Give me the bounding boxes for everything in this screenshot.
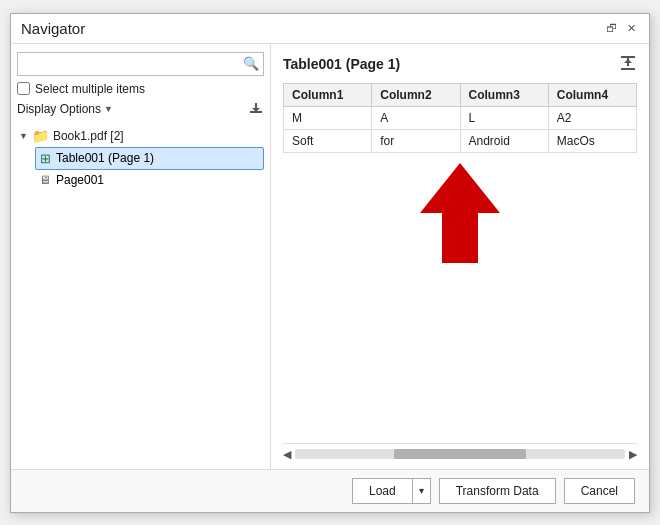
cell-r2-c4: MacOs: [548, 129, 636, 152]
main-content: 🔍 Select multiple items Display Options …: [11, 44, 649, 469]
tree-item-table001[interactable]: ⊞ Table001 (Page 1): [35, 147, 264, 170]
display-options-row: Display Options ▼: [17, 101, 264, 117]
tree-item-page001[interactable]: 🖥 Page001: [35, 170, 264, 190]
arrow-area: [283, 153, 637, 273]
cell-r1-c3: L: [460, 106, 548, 129]
tree-area: ▼ 📁 Book1.pdf [2] ⊞ Table001 (Page 1) 🖥 …: [17, 125, 264, 463]
cell-r2-c1: Soft: [284, 129, 372, 152]
page-icon: 🖥: [39, 173, 51, 187]
left-panel: 🔍 Select multiple items Display Options …: [11, 44, 271, 469]
scroll-track[interactable]: [295, 449, 625, 459]
load-button[interactable]: Load: [352, 478, 412, 504]
load-button-group: Load ▾: [352, 478, 431, 504]
preview-table: Column1 Column2 Column3 Column4 M A L A2: [283, 83, 637, 153]
cancel-button[interactable]: Cancel: [564, 478, 635, 504]
svg-marker-5: [420, 163, 500, 263]
select-multiple-label: Select multiple items: [35, 82, 145, 96]
import-icon-button[interactable]: [248, 101, 264, 117]
import-icon: [248, 101, 264, 117]
title-bar-controls: 🗗 ✕: [603, 20, 639, 36]
tree-item-table001-label: Table001 (Page 1): [56, 151, 154, 165]
export-svg-icon: [619, 54, 637, 72]
cell-r1-c4: A2: [548, 106, 636, 129]
right-panel: Table001 (Page 1) Column1: [271, 44, 649, 469]
table-row: Soft for Android MacOs: [284, 129, 637, 152]
tree-folder-book1[interactable]: ▼ 📁 Book1.pdf [2]: [17, 125, 264, 147]
search-icon: 🔍: [243, 56, 259, 71]
col-header-4: Column4: [548, 83, 636, 106]
select-multiple-row: Select multiple items: [17, 82, 264, 96]
transform-data-button[interactable]: Transform Data: [439, 478, 556, 504]
cell-r1-c2: A: [372, 106, 460, 129]
col-header-1: Column1: [284, 83, 372, 106]
search-input[interactable]: [22, 55, 243, 73]
preview-header: Table001 (Page 1): [283, 54, 637, 75]
select-multiple-checkbox[interactable]: [17, 82, 30, 95]
folder-label: Book1.pdf [2]: [53, 129, 124, 143]
title-bar: Navigator 🗗 ✕: [11, 14, 649, 44]
bottom-bar: Load ▾ Transform Data Cancel: [11, 469, 649, 512]
cell-r2-c2: for: [372, 129, 460, 152]
cell-r2-c3: Android: [460, 129, 548, 152]
restore-button[interactable]: 🗗: [603, 20, 619, 36]
scroll-left-icon[interactable]: ◀: [283, 448, 291, 461]
tree-chevron-icon: ▼: [19, 131, 28, 141]
svg-rect-2: [621, 56, 635, 58]
search-box[interactable]: 🔍: [17, 52, 264, 76]
display-options-label: Display Options: [17, 102, 101, 116]
table-row: M A L A2: [284, 106, 637, 129]
table-icon: ⊞: [40, 151, 51, 166]
cell-r1-c1: M: [284, 106, 372, 129]
export-icon[interactable]: [619, 54, 637, 75]
window-title: Navigator: [21, 20, 85, 37]
table-header-row: Column1 Column2 Column3 Column4: [284, 83, 637, 106]
close-button[interactable]: ✕: [623, 20, 639, 36]
preview-title: Table001 (Page 1): [283, 56, 400, 72]
display-options-button[interactable]: Display Options ▼: [17, 102, 113, 116]
horizontal-scrollbar[interactable]: ◀ ▶: [283, 443, 637, 463]
col-header-3: Column3: [460, 83, 548, 106]
navigator-window: Navigator 🗗 ✕ 🔍 Select multiple items Di…: [10, 13, 650, 513]
scroll-right-icon[interactable]: ▶: [629, 448, 637, 461]
preview-table-area: Column1 Column2 Column3 Column4 M A L A2: [283, 83, 637, 439]
display-options-arrow-icon: ▼: [104, 104, 113, 114]
table-body: M A L A2 Soft for Android MacOs: [284, 106, 637, 152]
svg-rect-3: [621, 68, 635, 70]
red-up-arrow: [415, 158, 505, 268]
scroll-thumb[interactable]: [394, 449, 526, 459]
folder-icon: 📁: [32, 128, 49, 144]
col-header-2: Column2: [372, 83, 460, 106]
tree-children: ⊞ Table001 (Page 1) 🖥 Page001: [17, 147, 264, 190]
table-head: Column1 Column2 Column3 Column4: [284, 83, 637, 106]
tree-item-page001-label: Page001: [56, 173, 104, 187]
load-dropdown-button[interactable]: ▾: [412, 478, 431, 504]
